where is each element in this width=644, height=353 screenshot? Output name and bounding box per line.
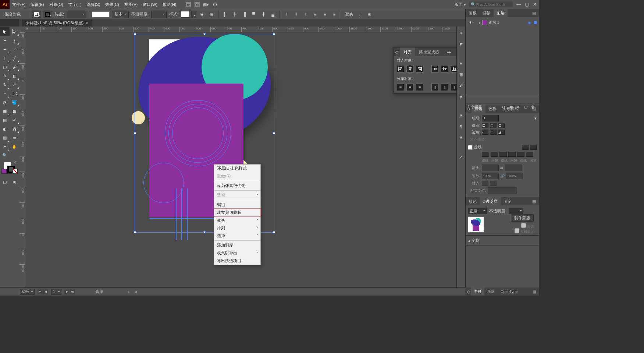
sel-handle-mr[interactable] bbox=[273, 132, 275, 134]
arrow-end[interactable] bbox=[505, 165, 522, 171]
opacity-panel-field[interactable] bbox=[509, 208, 523, 214]
para-strip-icon[interactable]: ¶ bbox=[458, 123, 465, 130]
arrange-docs-icon[interactable]: ▦▾ bbox=[202, 0, 210, 9]
cm-undo[interactable]: 还原(U)上色样式 bbox=[214, 165, 260, 172]
gradient-tab[interactable]: 渐变 bbox=[501, 197, 515, 205]
screen-mode-full[interactable]: ▣ bbox=[10, 177, 19, 186]
rectangle-tool[interactable]: ▢ bbox=[0, 63, 10, 71]
align-hcenter-btn[interactable] bbox=[406, 65, 414, 73]
ruler-horizontal[interactable]: 0501001502002503003504004505005506006507… bbox=[25, 27, 465, 32]
type-tool[interactable]: T bbox=[0, 54, 10, 63]
sel-handle-br[interactable] bbox=[273, 231, 275, 233]
stroke-selector[interactable] bbox=[43, 11, 52, 18]
isolate-icon[interactable]: ▣ bbox=[365, 10, 373, 18]
column-graph-tool[interactable]: ▥ bbox=[0, 133, 10, 142]
dist-c-icon[interactable]: ⫴ bbox=[292, 10, 300, 18]
dash-align-1[interactable] bbox=[522, 145, 529, 150]
align-top-icon[interactable]: ▀ bbox=[250, 10, 258, 18]
menu-edit[interactable]: 编辑(E) bbox=[28, 0, 47, 9]
cm-collect-export[interactable]: 收集以导出 bbox=[214, 249, 260, 257]
bridge-icon[interactable]: Br bbox=[184, 0, 193, 9]
locate-layer-icon[interactable]: ⊙ bbox=[500, 103, 507, 111]
nav-prev-icon[interactable]: ◀ bbox=[43, 289, 48, 294]
cap-round-btn[interactable]: ⊂ bbox=[490, 123, 497, 128]
maximize-button[interactable]: ▢ bbox=[523, 1, 530, 8]
document-tab[interactable]: 未标题-1.ai* @ 50% (RGB/预览) ✕ bbox=[22, 20, 92, 27]
slice-tool[interactable]: ✂ bbox=[0, 142, 10, 151]
symbols-strip-icon[interactable]: ♣ bbox=[458, 93, 465, 100]
cm-transform[interactable]: 变换 bbox=[214, 216, 260, 224]
align-hcenter-icon[interactable]: ╋ bbox=[231, 10, 239, 18]
arrow-scale-start[interactable]: 100% bbox=[482, 173, 499, 179]
paragraph-tab[interactable]: 段落 bbox=[484, 287, 498, 296]
export-strip-icon[interactable]: ↗ bbox=[458, 153, 465, 160]
transform-link[interactable]: 变换 bbox=[345, 11, 353, 17]
none-mode[interactable] bbox=[13, 169, 18, 174]
nav-first-icon[interactable]: ⏮ bbox=[38, 289, 43, 294]
menu-help[interactable]: 帮助(H) bbox=[160, 0, 179, 9]
direct-selection-tool[interactable] bbox=[10, 27, 19, 36]
opacity-field[interactable] bbox=[151, 11, 167, 18]
sel-handle-ml[interactable] bbox=[134, 132, 136, 134]
sel-handle-bl[interactable] bbox=[134, 231, 136, 233]
dash-field-4[interactable] bbox=[517, 152, 524, 157]
artboards-tab[interactable]: 画板 bbox=[466, 9, 480, 17]
dash-field-1[interactable] bbox=[491, 152, 498, 157]
eraser-tool[interactable]: ◧ bbox=[10, 71, 19, 80]
dash-field-2[interactable] bbox=[499, 152, 507, 157]
swap-colors-icon[interactable]: ⤭ bbox=[13, 160, 16, 164]
dist-l-icon[interactable]: ⫴ bbox=[282, 10, 291, 18]
delete-layer-icon[interactable]: 🗑 bbox=[529, 103, 537, 111]
style-swatch[interactable] bbox=[181, 11, 190, 18]
links-tab[interactable]: 链接 bbox=[480, 9, 494, 17]
rotate-tool[interactable]: ↻ bbox=[0, 80, 10, 89]
scale-tool[interactable]: ⤢ bbox=[10, 80, 19, 89]
free-transform-tool[interactable]: ⛶ bbox=[10, 89, 19, 98]
layer-row[interactable]: 👁 ▸ 图层 1 ◉ bbox=[468, 18, 537, 27]
artboard-tool[interactable]: ▭ bbox=[10, 133, 19, 142]
character-tab[interactable]: 字符 bbox=[471, 287, 484, 296]
gpu-icon[interactable]: ⏻ bbox=[210, 0, 219, 9]
minimize-button[interactable]: — bbox=[515, 1, 522, 8]
corner-miter-btn[interactable]: ⌐ bbox=[482, 130, 488, 135]
weight-input[interactable]: ⇕ bbox=[482, 115, 499, 121]
menu-effect[interactable]: 效果(C) bbox=[103, 0, 121, 9]
close-button[interactable]: ✕ bbox=[531, 1, 538, 8]
fill-selector[interactable] bbox=[32, 11, 41, 18]
transform-expand[interactable]: ▶变换 bbox=[466, 236, 539, 246]
blend-mode-select[interactable]: 正常 bbox=[468, 208, 487, 214]
corner-round-btn[interactable]: ◠ bbox=[490, 130, 497, 135]
dist-bottom-btn[interactable]: ≡ bbox=[416, 84, 423, 91]
arrow-align-2[interactable] bbox=[490, 181, 497, 186]
align-tab[interactable]: 对齐 bbox=[400, 47, 415, 56]
dash-field-3[interactable] bbox=[508, 152, 516, 157]
dist-hcenter-btn[interactable]: ⫴ bbox=[441, 84, 448, 91]
cap-butt-btn[interactable]: ⊏ bbox=[482, 123, 488, 128]
artboard-select[interactable]: 1 bbox=[51, 289, 61, 295]
cm-make-clipping-mask[interactable]: 建立剪切蒙版 bbox=[214, 208, 261, 217]
bottom-tabs-menu-icon[interactable]: ▤ bbox=[530, 287, 539, 296]
workspace-label[interactable]: 版面 ▾ bbox=[452, 2, 469, 7]
paintbrush-tool[interactable]: 🖌 bbox=[10, 63, 19, 71]
dist-top-btn[interactable]: ≡ bbox=[397, 84, 404, 91]
shaper-tool[interactable]: ✎ bbox=[0, 71, 10, 80]
dist-left-btn[interactable]: ⫴ bbox=[431, 84, 439, 91]
layer-visibility-icon[interactable]: 👁 bbox=[468, 21, 474, 25]
screen-mode-normal[interactable]: ▢ bbox=[0, 177, 10, 186]
brush-def[interactable]: 基本 bbox=[112, 11, 129, 18]
dash-field-5[interactable] bbox=[526, 152, 533, 157]
menu-object[interactable]: 对象(O) bbox=[47, 0, 66, 9]
dist-b-icon[interactable]: ≡ bbox=[330, 10, 338, 18]
align-vcenter-icon[interactable]: ╋ bbox=[259, 10, 267, 18]
pathfinder-tab[interactable]: 路径查找器 bbox=[415, 47, 443, 56]
swatches-strip-icon[interactable]: ▦ bbox=[458, 71, 465, 78]
arrow-scale-end[interactable]: 100% bbox=[506, 173, 523, 179]
new-layer-icon[interactable]: ▢ bbox=[522, 103, 529, 111]
dist-t-icon[interactable]: ≡ bbox=[311, 10, 319, 18]
menu-select[interactable]: 选择(S) bbox=[84, 0, 103, 9]
layer-name[interactable]: 图层 1 bbox=[489, 20, 499, 25]
search-bar[interactable]: 🔍 bbox=[469, 1, 513, 8]
menu-view[interactable]: 视图(V) bbox=[122, 0, 140, 9]
selection-tool[interactable] bbox=[0, 27, 10, 36]
cm-group[interactable]: 编组 bbox=[214, 201, 260, 209]
